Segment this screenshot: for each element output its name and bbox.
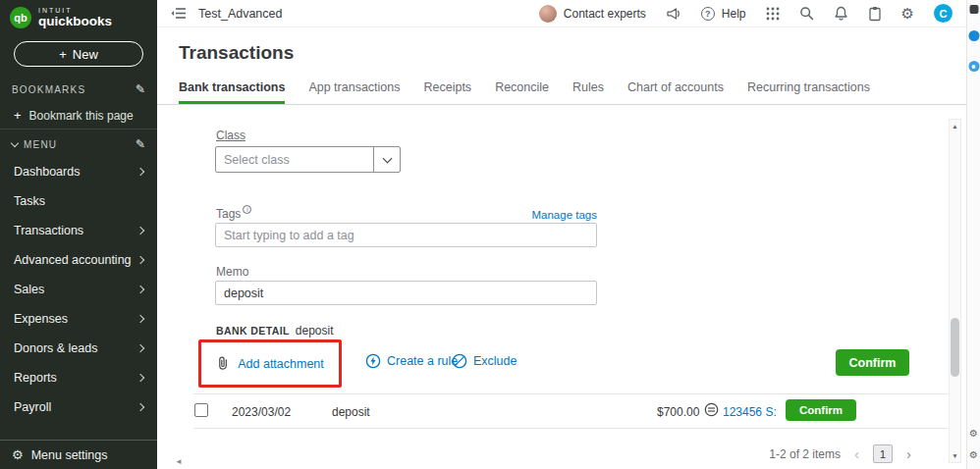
pagination-summary: 1-2 of 2 items <box>769 447 841 461</box>
class-select-value: Select class <box>216 153 373 167</box>
tab-receipts[interactable]: Receipts <box>423 80 471 104</box>
highlight-box: Add attachment <box>198 339 342 388</box>
menu-settings-label: Menu settings <box>31 448 108 462</box>
expert-avatar <box>539 5 557 23</box>
tab-bank-transactions[interactable]: Bank transactions <box>179 80 285 104</box>
announcements-icon[interactable] <box>666 7 681 21</box>
menu-settings-button[interactable]: ⚙ Menu settings <box>0 440 157 469</box>
gear-icon[interactable]: ⚙ <box>969 428 978 439</box>
plus-icon: + <box>59 47 67 62</box>
chevron-right-icon <box>136 344 144 352</box>
confirm-button[interactable]: Confirm <box>836 349 909 376</box>
edit-menu-icon[interactable]: ✎ <box>136 137 145 151</box>
row-divider <box>193 428 951 429</box>
scroll-up-icon[interactable]: ▲ <box>950 120 960 132</box>
browser-extension-icon[interactable] <box>968 30 979 41</box>
tab-app-transactions[interactable]: App transactions <box>308 80 400 104</box>
company-name[interactable]: Test_Advanced <box>198 7 282 21</box>
row-confirm-button[interactable]: Confirm <box>786 399 856 421</box>
class-select-toggle[interactable] <box>373 147 400 172</box>
transactions-tabs: Bank transactions App transactions Recei… <box>157 80 966 105</box>
tab-reconcile[interactable]: Reconcile <box>495 80 549 104</box>
page-number-button[interactable]: 1 <box>873 444 893 463</box>
bookmark-this-page[interactable]: + Bookmark this page <box>0 102 157 130</box>
memo-field-label: Memo <box>216 265 248 279</box>
manage-tags-link[interactable]: Manage tags <box>532 209 598 221</box>
sidebar-item-tasks[interactable]: Tasks <box>0 186 157 216</box>
vertical-scrollbar[interactable]: ▲ ▼ <box>949 119 961 463</box>
contact-experts-label: Contact experts <box>564 7 646 21</box>
menu-header-label: MENU <box>24 139 130 150</box>
sidebar-item-dashboards[interactable]: Dashboards <box>0 157 157 186</box>
new-button[interactable]: + New <box>14 41 143 67</box>
top-bar-actions: Contact experts ? Help <box>539 4 953 23</box>
main-area: Test_Advanced Contact experts ? Help <box>157 0 966 469</box>
sidebar-item-donors-leads[interactable]: Donors & leads <box>0 334 157 363</box>
add-attachment-link[interactable]: Add attachment <box>238 357 324 371</box>
top-bar: Test_Advanced Contact experts ? Help <box>157 0 966 27</box>
help-icon: ? <box>701 7 715 21</box>
gear-icon[interactable]: ⚙ <box>969 449 978 460</box>
chevron-right-icon <box>136 374 144 382</box>
sidebar-item-label: Expenses <box>14 312 68 326</box>
tab-rules[interactable]: Rules <box>572 80 604 104</box>
scrollbar-thumb[interactable] <box>951 318 959 377</box>
search-icon[interactable] <box>799 6 814 21</box>
tasks-clipboard-icon[interactable] <box>868 6 882 22</box>
bookmarks-header-label: BOOKMARKS <box>12 84 130 95</box>
class-select[interactable]: Select class <box>215 146 401 173</box>
settings-gear-icon[interactable]: ⚙ <box>901 5 914 23</box>
menu-section-header[interactable]: MENU ✎ <box>0 131 157 157</box>
sidebar-item-label: Reports <box>14 371 57 385</box>
create-rule-label: Create a rule <box>387 354 458 368</box>
memo-input[interactable] <box>215 281 597 305</box>
notifications-bell-icon[interactable] <box>834 6 848 22</box>
sidebar-item-advanced-accounting[interactable]: Advanced accounting <box>0 245 157 275</box>
paperclip-icon <box>216 355 231 372</box>
chevron-down-icon <box>11 139 19 147</box>
sidebar-item-expenses[interactable]: Expenses <box>0 304 157 334</box>
info-icon[interactable]: i <box>243 205 251 214</box>
chevron-right-icon <box>136 168 144 176</box>
previous-page-icon[interactable]: ‹ <box>854 446 859 461</box>
nav-collapse-icon[interactable] <box>171 7 187 20</box>
next-page-icon[interactable]: › <box>906 446 911 461</box>
sidebar-item-payroll[interactable]: Payroll <box>0 392 157 422</box>
chevron-right-icon <box>136 403 144 411</box>
transaction-row[interactable]: 2023/03/02 deposit $700.00 123456 S: Con… <box>157 394 966 428</box>
chevron-right-icon <box>136 227 144 234</box>
sidebar-item-label: Donors & leads <box>14 341 97 355</box>
create-rule-link[interactable]: Create a rule <box>365 353 458 369</box>
row-checkbox[interactable] <box>194 403 208 417</box>
quickbooks-logo[interactable]: qb INTUIT quickbooks <box>0 0 157 32</box>
plus-icon: + <box>14 108 22 123</box>
sidebar-item-transactions[interactable]: Transactions <box>0 216 157 245</box>
edit-bookmarks-icon[interactable]: ✎ <box>136 82 145 96</box>
browser-extension-icon[interactable] <box>969 5 978 14</box>
tab-chart-of-accounts[interactable]: Chart of accounts <box>627 80 724 104</box>
account-avatar[interactable]: C <box>934 4 953 23</box>
exclude-link[interactable]: Exclude <box>452 353 517 369</box>
sidebar-item-label: Dashboards <box>14 165 80 179</box>
browser-extension-icon[interactable] <box>968 61 979 72</box>
scroll-left-icon[interactable]: ◄ <box>175 457 183 466</box>
sidebar-item-label: Advanced accounting <box>14 253 132 267</box>
sidebar-item-reports[interactable]: Reports <box>0 363 157 392</box>
bookmarks-section-header: BOOKMARKS ✎ <box>0 77 157 102</box>
scroll-down-icon[interactable]: ▼ <box>950 449 960 462</box>
tags-input[interactable] <box>215 223 597 247</box>
pagination: 1-2 of 2 items ‹ 1 › <box>550 444 911 463</box>
chevron-right-icon <box>136 315 144 323</box>
apps-grid-icon[interactable] <box>766 7 780 21</box>
sidebar: qb INTUIT quickbooks + New BOOKMARKS ✎ +… <box>0 0 157 469</box>
class-field-label: Class <box>216 129 245 142</box>
contact-experts-button[interactable]: Contact experts <box>539 5 646 23</box>
row-reference-link[interactable]: 123456 S: <box>723 405 777 419</box>
gear-icon: ⚙ <box>12 447 24 462</box>
help-button[interactable]: ? Help <box>701 7 746 21</box>
sidebar-item-sales[interactable]: Sales <box>0 275 157 304</box>
exclude-icon <box>452 353 467 369</box>
sidebar-nav: Dashboards Tasks Transactions Advanced a… <box>0 157 157 422</box>
tab-recurring-transactions[interactable]: Recurring transactions <box>747 80 870 104</box>
receipt-icon <box>704 402 719 421</box>
